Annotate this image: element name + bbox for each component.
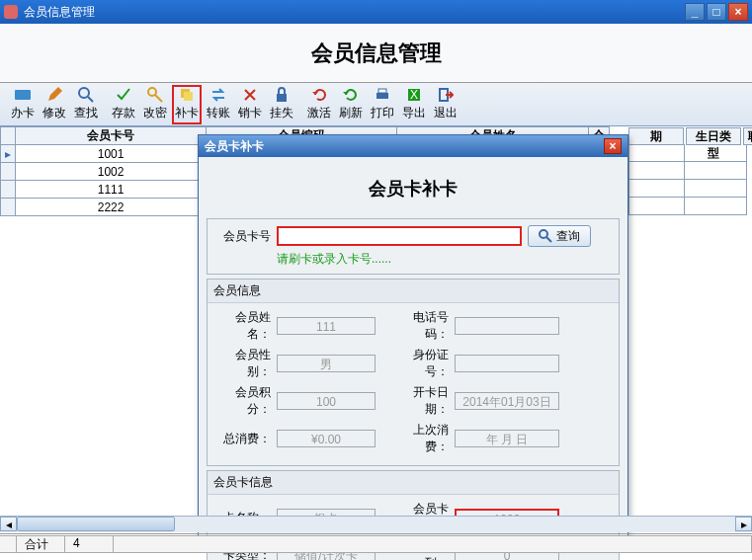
minimize-button[interactable]: _	[685, 3, 705, 21]
dialog-close-button[interactable]: ×	[604, 138, 622, 154]
toolbar: 办卡 修改 查找 存款 改密 补卡 转账 销卡 挂失 激活 刷新 打印 X导出 …	[0, 83, 752, 126]
last-field: 年 月 日	[455, 430, 559, 447]
svg-text:X: X	[410, 88, 418, 102]
toolbar-deposit[interactable]: 存款	[109, 85, 138, 124]
main-window: 会员信息管理 _ □ × 会员信息管理 办卡 修改 查找 存款 改密 补卡 转账…	[0, 0, 752, 560]
points-field: 100	[277, 392, 376, 410]
svg-rect-7	[277, 94, 287, 102]
card-search-group: 会员卡号 查询 请刷卡或录入卡号......	[207, 218, 620, 275]
svg-rect-8	[376, 93, 388, 99]
spend-label: 总消费：	[215, 431, 271, 447]
card-icon	[15, 87, 31, 103]
id-label: 身份证号：	[393, 347, 449, 380]
search-icon	[78, 87, 94, 103]
id-field	[455, 355, 559, 372]
toolbar-find[interactable]: 查找	[71, 85, 101, 124]
card-info-title: 会员卡信息	[208, 471, 619, 495]
points-label: 会员积分：	[215, 384, 271, 418]
svg-line-14	[546, 237, 551, 242]
name-label: 会员姓名：	[215, 309, 271, 343]
last-label: 上次消费：	[393, 422, 449, 455]
horizontal-scrollbar[interactable]: ◂ ▸	[0, 516, 752, 532]
dialog-titlebar[interactable]: 会员卡补卡 ×	[199, 135, 627, 157]
search-button[interactable]: 查询	[528, 225, 591, 247]
spend-field: ¥0.00	[277, 430, 376, 447]
refresh-icon	[343, 87, 359, 103]
toolbar-transfer[interactable]: 转账	[204, 85, 233, 124]
col-bd[interactable]: 生日类型	[686, 127, 741, 145]
open-label: 开卡日期：	[393, 384, 449, 418]
search-icon	[539, 229, 552, 243]
transfer-icon	[210, 87, 226, 103]
dialog-title: 会员卡补卡	[205, 138, 604, 155]
toolbar-edit[interactable]: 修改	[40, 85, 69, 124]
svg-point-3	[148, 88, 156, 96]
page-title: 会员信息管理	[311, 39, 442, 68]
export-icon: X	[406, 87, 422, 103]
footer: 合计 4	[0, 533, 752, 553]
svg-rect-0	[15, 90, 31, 100]
page-header: 会员信息管理	[0, 24, 752, 83]
svg-rect-9	[378, 89, 386, 93]
check-icon	[116, 87, 131, 103]
toolbar-print[interactable]: 打印	[368, 85, 397, 124]
toolbar-replace-card[interactable]: 补卡	[172, 85, 202, 124]
footer-label: 合计	[16, 535, 65, 553]
member-info-group: 会员信息 会员姓名： 111 电话号码： 会员性别： 男 身份证号：	[207, 279, 620, 466]
lock-icon	[274, 87, 290, 103]
copy-icon	[179, 87, 195, 103]
replace-card-dialog: 会员卡补卡 × 会员卡补卡 会员卡号 查询 请刷卡或录入卡号......	[198, 134, 628, 541]
svg-point-13	[540, 230, 547, 238]
col-card[interactable]: 会员卡号	[16, 127, 207, 145]
key-icon	[147, 87, 163, 103]
gender-label: 会员性别：	[215, 347, 271, 380]
svg-line-2	[88, 97, 93, 102]
print-icon	[375, 87, 390, 103]
dialog-heading: 会员卡补卡	[207, 163, 620, 218]
card-hint: 请刷卡或录入卡号......	[277, 251, 611, 268]
card-number-input[interactable]	[277, 226, 522, 246]
name-field: 111	[277, 317, 376, 335]
toolbar-cancel-card[interactable]: 销卡	[235, 85, 265, 124]
svg-line-4	[155, 95, 162, 102]
phone-label: 电话号码：	[393, 309, 449, 343]
phone-field	[455, 317, 559, 335]
toolbar-create-card[interactable]: 办卡	[8, 85, 38, 124]
col-date[interactable]: 期	[628, 127, 684, 145]
maximize-button[interactable]: □	[707, 3, 726, 21]
titlebar: 会员信息管理 _ □ ×	[0, 0, 752, 24]
toolbar-export[interactable]: X导出	[399, 85, 429, 124]
open-field: 2014年01月03日	[455, 392, 559, 410]
toolbar-activate[interactable]: 激活	[304, 85, 334, 124]
member-info-title: 会员信息	[208, 280, 619, 303]
footer-count: 4	[64, 535, 114, 553]
scroll-thumb[interactable]	[17, 517, 175, 531]
svg-rect-6	[184, 92, 193, 101]
col-link[interactable]: 联	[743, 127, 752, 145]
toolbar-exit[interactable]: 退出	[431, 85, 460, 124]
toolbar-change-password[interactable]: 改密	[140, 85, 170, 124]
app-icon	[4, 5, 18, 19]
delete-icon	[242, 87, 258, 103]
pencil-icon	[46, 87, 62, 103]
gender-field: 男	[277, 355, 376, 372]
toolbar-report-lost[interactable]: 挂失	[267, 85, 296, 124]
close-button[interactable]: ×	[728, 3, 748, 21]
svg-point-1	[79, 88, 89, 98]
undo-icon	[311, 87, 327, 103]
exit-icon	[438, 87, 454, 103]
toolbar-refresh[interactable]: 刷新	[336, 85, 366, 124]
scroll-right-button[interactable]: ▸	[735, 517, 752, 531]
scroll-left-button[interactable]: ◂	[0, 517, 17, 531]
window-title: 会员信息管理	[24, 4, 683, 21]
card-number-label: 会员卡号	[215, 228, 271, 245]
